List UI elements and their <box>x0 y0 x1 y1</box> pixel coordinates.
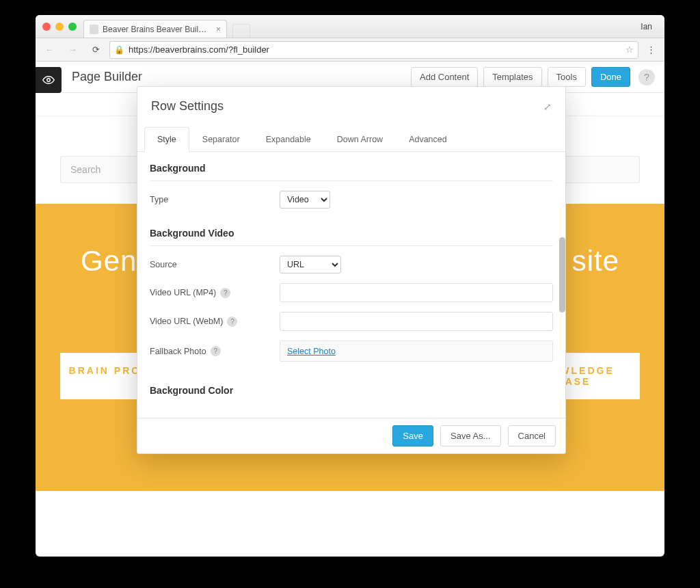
tab-style[interactable]: Style <box>144 127 189 152</box>
minimize-window-button[interactable] <box>55 23 64 31</box>
done-button[interactable]: Done <box>591 67 630 87</box>
back-button[interactable]: ← <box>40 41 59 59</box>
section-background-heading: Background <box>137 152 565 181</box>
address-bar: ← → ⟳ 🔒 https://beaverbrains.com/?fl_bui… <box>36 38 664 62</box>
modal-title: Row Settings <box>151 99 224 113</box>
fallback-photo-box: Select Photo <box>280 340 553 362</box>
field-source: Source URL <box>137 246 565 273</box>
bookmark-star-icon[interactable]: ☆ <box>625 44 634 55</box>
type-label: Type <box>150 195 280 204</box>
modal-footer: Save Save As... Cancel <box>137 418 565 453</box>
browser-window: Beaver Brains Beaver Builder V × Ian ← →… <box>36 15 664 557</box>
field-type: Type Video <box>137 181 565 209</box>
maximize-window-button[interactable] <box>68 23 77 31</box>
tab-down-arrow[interactable]: Down Arrow <box>324 127 396 152</box>
window-controls <box>42 23 77 31</box>
hero-text-right: site <box>572 245 619 278</box>
modal-body: Background Type Video Background Video S… <box>137 152 565 418</box>
expand-modal-icon[interactable]: ⤢ <box>543 101 552 112</box>
field-fallback: Fallback Photo? Select Photo <box>137 331 565 362</box>
select-photo-link[interactable]: Select Photo <box>287 347 336 356</box>
browser-tab[interactable]: Beaver Brains Beaver Builder V × <box>83 20 227 38</box>
field-webm: Video URL (WebM)? <box>137 302 565 331</box>
close-tab-icon[interactable]: × <box>216 25 221 34</box>
close-window-button[interactable] <box>42 23 51 31</box>
source-label: Source <box>150 260 280 269</box>
row-settings-modal: Row Settings ⤢ Style Separator Expandabl… <box>137 86 566 454</box>
templates-button[interactable]: Templates <box>483 67 541 87</box>
help-icon[interactable]: ? <box>211 346 221 356</box>
modal-tabs: Style Separator Expandable Down Arrow Ad… <box>137 118 565 152</box>
save-as-button[interactable]: Save As... <box>440 425 501 446</box>
fallback-label: Fallback Photo? <box>150 346 280 356</box>
webm-input[interactable] <box>280 312 553 331</box>
svg-point-3 <box>47 79 51 82</box>
section-bgcolor-heading: Background Color <box>137 374 565 403</box>
titlebar: Beaver Brains Beaver Builder V × Ian <box>36 15 664 38</box>
page-builder-title: Page Builder <box>72 70 142 84</box>
forward-button[interactable]: → <box>63 41 82 59</box>
search-placeholder: Search <box>70 164 100 175</box>
viewport: 🦫 Page Builder Add Content Templates Too… <box>36 62 664 557</box>
favicon <box>90 25 98 34</box>
save-button[interactable]: Save <box>392 425 433 446</box>
mp4-label: Video URL (MP4)? <box>150 288 280 298</box>
url-text: https://beaverbrains.com/?fl_builder <box>129 44 269 55</box>
new-tab-button[interactable] <box>232 24 250 38</box>
webm-label: Video URL (WebM)? <box>150 317 280 327</box>
field-mp4: Video URL (MP4)? <box>137 273 565 302</box>
tab-title: Beaver Brains Beaver Builder V <box>103 25 211 34</box>
tools-button[interactable]: Tools <box>548 67 586 87</box>
mp4-input[interactable] <box>280 283 553 302</box>
tab-advanced[interactable]: Advanced <box>396 127 460 152</box>
add-content-button[interactable]: Add Content <box>411 67 478 87</box>
tab-expandable[interactable]: Expandable <box>253 127 324 152</box>
section-bgvideo-heading: Background Video <box>137 217 565 245</box>
cancel-button[interactable]: Cancel <box>508 425 556 446</box>
tab-strip: Beaver Brains Beaver Builder V × <box>83 15 250 38</box>
type-select[interactable]: Video <box>280 191 330 209</box>
tab-separator[interactable]: Separator <box>189 127 253 152</box>
help-icon[interactable]: ? <box>638 69 655 85</box>
omnibox[interactable]: 🔒 https://beaverbrains.com/?fl_builder ☆ <box>109 41 638 59</box>
lock-icon: 🔒 <box>114 45 124 55</box>
help-icon[interactable]: ? <box>227 317 237 327</box>
reload-button[interactable]: ⟳ <box>86 41 105 59</box>
help-icon[interactable]: ? <box>220 288 230 298</box>
hero-text-left: Gen <box>81 245 137 278</box>
modal-header: Row Settings ⤢ <box>137 87 565 118</box>
browser-menu-button[interactable]: ⋮ <box>643 44 660 55</box>
source-select[interactable]: URL <box>280 256 341 273</box>
modal-scrollbar[interactable] <box>559 237 565 312</box>
profile-button[interactable]: Ian <box>635 21 658 33</box>
preview-toggle-button[interactable] <box>36 67 62 93</box>
